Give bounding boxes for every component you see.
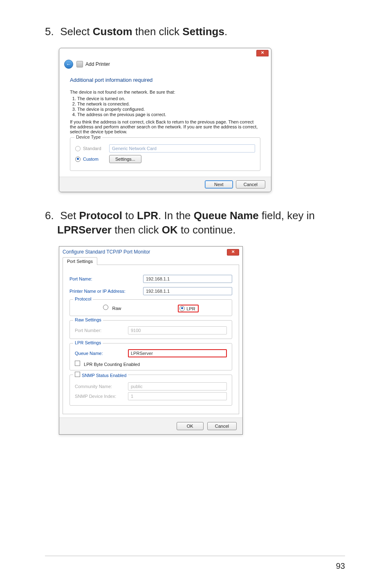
devindex-label: SNMP Device Index: xyxy=(75,394,128,399)
cancel-button[interactable]: Cancel xyxy=(236,180,265,189)
snmp-checkbox[interactable] xyxy=(75,372,80,377)
list-item: The address on the previous page is corr… xyxy=(77,112,260,117)
standard-radio[interactable] xyxy=(75,146,81,151)
protocol-label: Protocol xyxy=(73,296,93,301)
queue-input[interactable]: LPRServer xyxy=(128,349,227,357)
devindex-input: 1 xyxy=(128,392,227,400)
custom-label: Custom xyxy=(83,157,109,162)
page-number: 93 xyxy=(336,561,345,571)
snmp-group: SNMP Status Enabled Community Name: publ… xyxy=(69,375,232,406)
device-type-group: Device Type Standard Generic Network Car… xyxy=(70,137,260,171)
group-label: Device Type xyxy=(74,135,102,139)
standard-label: Standard xyxy=(83,146,109,151)
lpr-radio[interactable] xyxy=(179,306,185,311)
dialog-title: Add Printer xyxy=(85,61,110,67)
raw-radio[interactable] xyxy=(103,305,108,310)
back-icon[interactable]: ← xyxy=(64,60,73,69)
list-item: The device is turned on. xyxy=(77,96,260,101)
portname-label: Port Name: xyxy=(69,276,143,281)
step5-text: 5. Select Custom then click Settings. xyxy=(45,25,345,39)
requirements-list: The device is turned on. The network is … xyxy=(77,96,260,117)
raw-settings-group: Raw Settings Port Number: 9100 xyxy=(69,320,232,339)
queue-label: Queue Name: xyxy=(75,351,128,356)
printer-icon xyxy=(76,61,83,67)
close-icon[interactable]: ✕ xyxy=(256,50,269,56)
next-button[interactable]: Next xyxy=(205,180,233,189)
community-input: public xyxy=(128,382,227,391)
address-label: Printer Name or IP Address: xyxy=(69,289,143,294)
standard-dropdown: Generic Network Card xyxy=(109,144,255,153)
close-icon[interactable]: ✕ xyxy=(227,249,239,256)
community-label: Community Name: xyxy=(75,384,128,389)
instruction-para: If you think the address is not correct,… xyxy=(70,119,260,134)
cancel-button[interactable]: Cancel xyxy=(207,422,237,430)
settings-button[interactable]: Settings... xyxy=(109,155,141,163)
raw-label: Raw xyxy=(112,306,121,311)
add-printer-dialog: ✕ ← Add Printer Additional port informat… xyxy=(59,48,271,192)
portname-input[interactable]: 192.168.1.1 xyxy=(143,275,232,283)
lpr-byte-checkbox[interactable] xyxy=(75,361,80,366)
ok-button[interactable]: OK xyxy=(177,422,204,430)
portnum-input: 9100 xyxy=(128,326,227,334)
lpr-byte-label: LPR Byte Counting Enabled xyxy=(84,362,140,367)
address-input[interactable]: 192.168.1.1 xyxy=(143,287,232,295)
list-item: The network is connected. xyxy=(77,101,260,106)
dialog-subtitle: Additional port information required xyxy=(70,77,260,83)
page-divider xyxy=(45,556,345,556)
dialog2-title: Configure Standard TCP/IP Port Monitor xyxy=(63,249,150,256)
list-item: The device is properly configured. xyxy=(77,107,260,112)
raw-settings-label: Raw Settings xyxy=(73,317,103,322)
tab-port-settings[interactable]: Port Settings xyxy=(63,257,97,265)
custom-radio[interactable] xyxy=(75,157,81,162)
lpr-settings-group: LPR Settings Queue Name: LPRServer LPR B… xyxy=(69,343,232,370)
lpr-label: LPR xyxy=(186,306,195,311)
lpr-highlight: LPR xyxy=(178,305,198,312)
lpr-settings-label: LPR Settings xyxy=(73,340,103,345)
intro-text: The device is not found on the network. … xyxy=(70,90,260,94)
portnum-label: Port Number: xyxy=(75,328,128,333)
snmp-group-label: SNMP Status Enabled xyxy=(73,372,128,378)
step6-text: 6. Set Protocol to LPR. In the Queue Nam… xyxy=(45,209,345,237)
protocol-group: Protocol Raw LPR xyxy=(69,299,232,316)
port-monitor-dialog: Configure Standard TCP/IP Port Monitor ✕… xyxy=(59,246,243,435)
